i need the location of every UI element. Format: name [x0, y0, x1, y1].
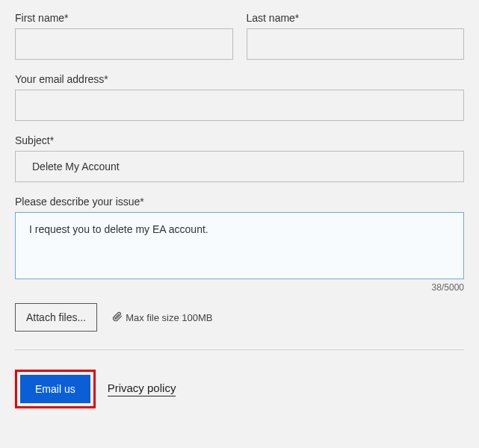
email-field[interactable] [15, 90, 464, 121]
divider [15, 349, 464, 350]
subject-label: Subject* [15, 134, 464, 146]
first-name-label: First name* [15, 12, 233, 24]
email-label: Your email address* [15, 73, 464, 85]
file-size-hint: Max file size 100MB [112, 311, 212, 324]
description-textarea[interactable]: I request you to delete my EA account. [15, 212, 464, 279]
subject-value: Delete My Account [32, 161, 120, 172]
subject-select[interactable]: Delete My Account [15, 151, 464, 182]
email-us-highlight: Email us [15, 370, 96, 408]
email-us-button[interactable]: Email us [20, 375, 90, 403]
privacy-policy-link[interactable]: Privacy policy [108, 382, 176, 396]
first-name-field[interactable] [15, 28, 233, 60]
paperclip-icon [112, 311, 123, 324]
last-name-field[interactable] [247, 28, 465, 60]
description-label: Please describe your issue* [15, 196, 464, 208]
char-count: 38/5000 [15, 282, 464, 293]
attach-files-button[interactable]: Attach files... [15, 303, 97, 332]
last-name-label: Last name* [247, 12, 465, 24]
